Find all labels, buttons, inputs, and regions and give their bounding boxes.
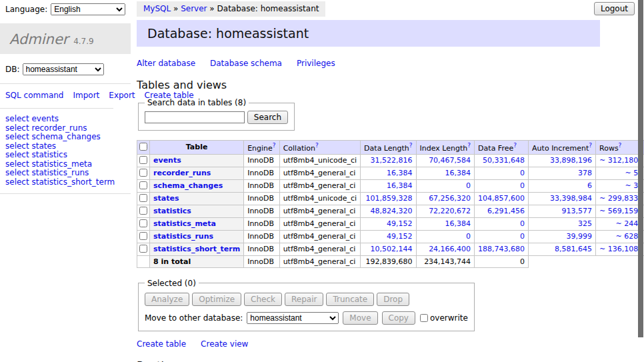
move-db-select[interactable]: homeassistant <box>247 312 339 324</box>
data-free-cell: 50,331,648 <box>475 154 529 167</box>
data-length-cell: 16,384 <box>361 167 416 179</box>
page-scrollbar[interactable] <box>638 0 643 337</box>
sidebar-action-import[interactable]: Import <box>73 91 99 100</box>
repair-button[interactable]: Repair <box>285 293 323 306</box>
sidebar-action-sql-command[interactable]: SQL command <box>5 91 63 100</box>
move-row: Move to other database: homeassistant Mo… <box>145 311 468 325</box>
link-create-view[interactable]: Create view <box>201 339 248 349</box>
data-length-cell: 48,824,320 <box>361 205 416 217</box>
row-select-cell <box>137 192 150 205</box>
table-link-statistics_runs[interactable]: statistics_runs <box>153 232 213 241</box>
rows-cell: ~ 299,833 <box>596 192 642 205</box>
index-length-cell: 24,166,400 <box>416 243 475 255</box>
table-link-statistics_short_term[interactable]: statistics_short_term <box>153 245 240 253</box>
breadcrumb-item: Database: homeassistant <box>217 4 319 13</box>
sidebar-item-statistics_meta[interactable]: select statistics_meta <box>5 159 92 169</box>
list-item: select schema_changes <box>5 133 125 142</box>
logout-button[interactable]: Logout <box>594 2 635 15</box>
table-row: statesInnoDButf8mb4_unicode_ci101,859,32… <box>137 192 644 205</box>
total-row: 8 in totalInnoDButf8mb4_general_ci192,83… <box>137 255 644 267</box>
data-free-cell: 0 <box>475 217 529 230</box>
app-name[interactable]: Adminer <box>9 31 68 47</box>
row-select-cell <box>137 154 150 167</box>
column-header-collation: Collation? <box>279 141 360 155</box>
breadcrumb-item[interactable]: Server <box>181 4 207 13</box>
data-free-cell: 6,291,456 <box>475 205 529 217</box>
link-privileges[interactable]: Privileges <box>297 59 335 68</box>
sidebar-item-recorder_runs[interactable]: select recorder_runs <box>5 123 87 133</box>
app-version: 4.7.9 <box>73 37 94 46</box>
sidebar-action-export[interactable]: Export <box>109 91 135 100</box>
row-checkbox[interactable] <box>139 169 147 177</box>
sidebar-item-statistics[interactable]: select statistics <box>5 150 67 159</box>
optimize-button[interactable]: Optimize <box>192 293 241 306</box>
select-all-checkbox[interactable] <box>139 143 147 151</box>
row-checkbox[interactable] <box>139 181 147 189</box>
data-free-cell: 0 <box>475 230 529 243</box>
language-select[interactable]: English <box>51 3 125 15</box>
column-help-link[interactable]: ? <box>273 142 276 149</box>
row-checkbox[interactable] <box>139 245 147 253</box>
rows-cell: ~ 312,180 <box>596 154 642 167</box>
sidebar-item-states[interactable]: select states <box>5 141 56 151</box>
table-link-events[interactable]: events <box>153 156 181 165</box>
db-select[interactable]: homeassistant <box>23 63 104 75</box>
collation-cell: utf8mb4_general_ci <box>279 230 360 243</box>
column-header-engine: Engine? <box>244 141 279 155</box>
overwrite-checkbox[interactable] <box>420 314 428 322</box>
total-index-length-cell: 234,143,744 <box>416 255 475 267</box>
engine-cell: InnoDB <box>244 217 279 230</box>
app-logo: Adminer 4.7.9 <box>0 23 131 54</box>
tables-heading: Tables and views <box>137 79 600 91</box>
copy-button[interactable]: Copy <box>382 311 415 325</box>
table-link-statistics[interactable]: statistics <box>153 207 191 215</box>
check-button[interactable]: Check <box>244 293 282 306</box>
list-item: select statistics_meta <box>5 160 125 169</box>
column-header-data-length: Data Length? <box>361 141 416 155</box>
row-checkbox[interactable] <box>139 194 147 202</box>
rows-cell: ~ 244 <box>596 217 642 230</box>
table-link-states[interactable]: states <box>153 194 179 203</box>
sidebar-item-statistics_runs[interactable]: select statistics_runs <box>5 168 89 177</box>
column-help-link[interactable]: ? <box>513 142 517 149</box>
drop-button[interactable]: Drop <box>377 293 409 306</box>
breadcrumb-item[interactable]: MySQL <box>143 4 171 13</box>
auto-increment-cell: 33,398,984 <box>529 192 596 205</box>
link-alter-database[interactable]: Alter database <box>137 59 195 68</box>
move-button[interactable]: Move <box>343 311 377 325</box>
link-database-schema[interactable]: Database schema <box>210 59 282 68</box>
truncate-button[interactable]: Truncate <box>326 293 374 306</box>
selected-fieldset: Selected (0) AnalyzeOptimizeCheckRepairT… <box>138 279 475 331</box>
column-header-rows: Rows? <box>596 141 642 155</box>
index-length-cell: 72,220,672 <box>416 205 475 217</box>
search-input[interactable] <box>145 111 245 123</box>
analyze-button[interactable]: Analyze <box>145 293 189 306</box>
search-button[interactable]: Search <box>247 111 288 124</box>
column-help-link[interactable]: ? <box>315 142 319 149</box>
auto-increment-cell: 39,999 <box>529 230 596 243</box>
column-help-link[interactable]: ? <box>589 142 592 149</box>
sidebar-item-events[interactable]: select events <box>5 114 59 123</box>
column-help-link[interactable]: ? <box>467 142 471 149</box>
link-create-table[interactable]: Create table <box>137 339 186 349</box>
column-help-link[interactable]: ? <box>619 142 622 149</box>
table-link-statistics_meta[interactable]: statistics_meta <box>153 219 216 228</box>
auto-increment-cell: 913,577 <box>529 205 596 217</box>
table-row: statistics_short_termInnoDButf8mb4_gener… <box>137 243 644 255</box>
row-checkbox[interactable] <box>139 232 147 240</box>
sidebar-item-statistics_short_term[interactable]: select statistics_short_term <box>5 177 115 187</box>
table-name-cell: schema_changes <box>150 179 244 192</box>
table-link-schema_changes[interactable]: schema_changes <box>153 181 223 190</box>
row-checkbox[interactable] <box>139 207 147 215</box>
sidebar-item-schema_changes[interactable]: select schema_changes <box>5 132 101 141</box>
table-link-recorder_runs[interactable]: recorder_runs <box>153 169 211 177</box>
collation-cell: utf8mb4_general_ci <box>279 243 360 255</box>
data-length-cell: 10,502,144 <box>361 243 416 255</box>
row-checkbox[interactable] <box>139 219 147 227</box>
database-action-links: Alter databaseDatabase schemaPrivileges <box>137 59 600 68</box>
collation-cell: utf8mb4_general_ci <box>279 217 360 230</box>
row-checkbox[interactable] <box>139 156 147 164</box>
table-row: recorder_runsInnoDButf8mb4_general_ci16,… <box>137 167 644 179</box>
column-help-link[interactable]: ? <box>409 142 413 149</box>
total-data-free-cell: 0 <box>475 255 529 267</box>
